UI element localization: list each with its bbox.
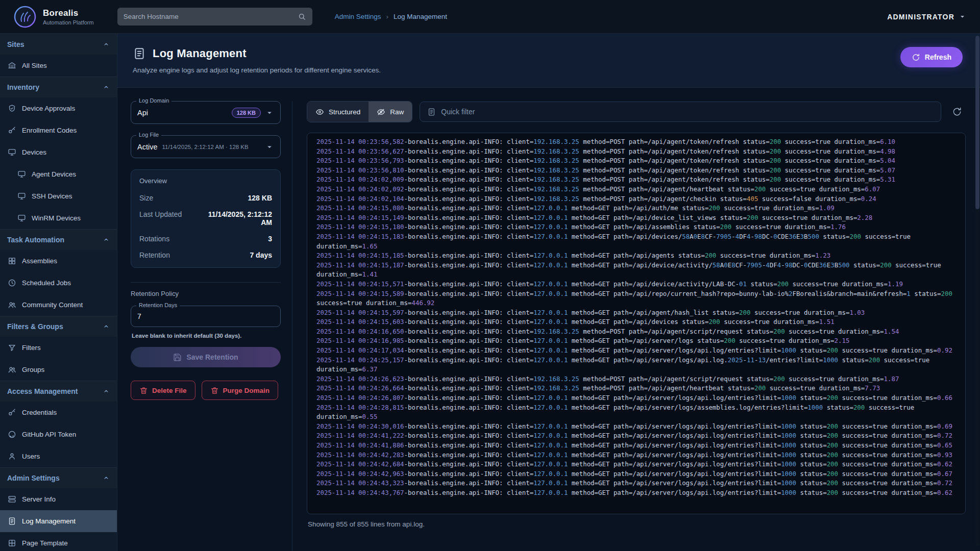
log-domain-size-badge: 128 KB [232,108,261,118]
hostname-search[interactable] [117,8,312,26]
refresh-button[interactable]: Refresh [900,47,963,67]
sidebar-item-log-management[interactable]: Log Management [0,510,117,532]
sidebar-item-label: SSH Devices [32,192,109,200]
refresh-button-label: Refresh [925,53,951,61]
quick-filter-input[interactable] [441,108,934,116]
brand[interactable]: Borealis Automation Platform [13,5,94,29]
sidebar-item-scheduled-jobs[interactable]: Scheduled Jobs [0,272,117,294]
save-icon [173,353,182,362]
monitor-icon [17,170,26,179]
log-line: 2025-11-14 00:24:02,009-borealis.engine.… [316,175,956,185]
log-line: 2025-11-14 00:23:56,810-borealis.engine.… [316,166,956,176]
main: Log Management Analyze engine logs and a… [117,34,980,551]
page-scrollbar[interactable] [975,36,979,546]
refresh-icon [952,107,962,117]
trash-icon [210,386,219,395]
brand-name: Borealis [43,8,94,18]
sidebar-item-label: WinRM Devices [32,214,109,222]
users-icon [8,365,16,374]
sidebar-item-server-info[interactable]: Server Info [0,488,117,510]
breadcrumb: Admin Settings › Log Management [335,13,447,20]
monitor-icon [17,192,26,201]
github-icon [8,430,16,439]
structured-view-tab[interactable]: Structured [307,102,369,122]
breadcrumb-log-management[interactable]: Log Management [394,13,447,20]
overview-last-updated-label: Last Updated [139,210,182,227]
log-domain-value: Api [137,109,148,117]
overview-retention-label: Retention [139,251,170,259]
log-file-select[interactable]: Log File Active 11/14/2025, 2:12:12 AM ·… [131,135,281,158]
sidebar-item-users[interactable]: Users [0,445,117,467]
sidebar-item-github-api-token[interactable]: GitHub API Token [0,423,117,445]
delete-file-button[interactable]: Delete File [131,381,195,400]
overview-size-value: 128 KB [248,194,272,202]
log-line: 2025-11-14 00:24:15,183-borealis.engine.… [316,232,956,251]
save-retention-label: Save Retention [186,353,238,361]
log-line: 2025-11-14 00:23:56,582-borealis.engine.… [316,137,956,147]
sidebar-item-winrm-devices[interactable]: WinRM Devices [0,207,117,229]
key-icon [8,408,16,417]
sidebar-section-sites[interactable]: Sites [0,34,117,55]
sidebar-section-access-management[interactable]: Access Management [0,381,117,402]
overview-row-retention: Retention 7 days [139,247,272,263]
raw-view-tab[interactable]: Raw [369,102,412,122]
sidebar-item-assemblies[interactable]: Assemblies [0,250,117,272]
log-line: 2025-11-14 00:24:15,187-borealis.engine.… [316,261,956,280]
purge-domain-button[interactable]: Purge Domain [202,381,279,400]
sidebar-item-label: Log Management [22,517,109,525]
hostname-search-input[interactable] [124,13,298,20]
sidebar-item-filters[interactable]: Filters [0,337,117,359]
sidebar-item-label: Community Content [22,301,109,309]
sidebar-item-page-template[interactable]: Page Template [0,532,117,551]
brand-tagline: Automation Platform [43,19,94,26]
sidebar-item-label: Groups [22,366,109,373]
chevron-up-icon [103,388,110,395]
retention-days-field[interactable]: Retention Days [131,306,281,327]
sidebar-section-inventory[interactable]: Inventory [0,77,117,97]
sidebar-item-ssh-devices[interactable]: SSH Devices [0,185,117,207]
sidebar-item-community-content[interactable]: Community Content [0,294,117,316]
breadcrumb-admin-settings[interactable]: Admin Settings [335,13,381,20]
log-line: 2025-11-14 00:24:26,623-borealis.engine.… [316,374,956,384]
log-refresh-button[interactable] [948,103,966,120]
sidebar-item-label: Devices [22,148,109,156]
monitor-icon [17,214,26,222]
log-line: 2025-11-14 00:24:02,104-borealis.engine.… [316,194,956,204]
sidebar-item-all-sites[interactable]: All Sites [0,55,117,77]
log-line: 2025-11-14 00:24:42,283-borealis.engine.… [316,450,956,460]
user-menu[interactable]: ADMINISTRATOR [887,12,967,21]
retention-policy-label: Retention Policy [131,290,281,297]
log-line: 2025-11-14 00:24:15,589-borealis.engine.… [316,289,956,308]
sidebar-item-device-approvals[interactable]: Device Approvals [0,97,117,119]
chevron-down-icon [265,142,274,152]
log-viewer: Structured Raw 2025- [307,101,966,551]
overview-title: Overview [139,177,272,185]
overview-rotations-value: 3 [268,235,272,243]
topbar: Borealis Automation Platform Admin Setti… [0,0,980,34]
quick-filter[interactable] [420,102,941,122]
sidebar-section-filters-groups[interactable]: Filters & Groups [0,316,117,337]
log-domain-select[interactable]: Log Domain Api 128 KB [131,101,281,124]
sidebar-section-admin-settings[interactable]: Admin Settings [0,467,117,488]
sidebar-item-label: Agent Devices [32,170,109,178]
overview-row-rotations: Rotations 3 [139,231,272,247]
sidebar-item-label: Scheduled Jobs [22,279,109,287]
log-line: 2025-11-14 00:24:30,016-borealis.engine.… [316,422,956,432]
trash-icon [139,386,148,395]
sidebar-item-devices[interactable]: Devices [0,141,117,163]
log-output[interactable]: 2025-11-14 00:23:56,582-borealis.engine.… [307,133,966,514]
sidebar-item-label: Credentials [22,409,109,416]
log-line: 2025-11-14 00:24:15,185-borealis.engine.… [316,251,956,261]
retention-days-input[interactable] [137,312,274,320]
sidebar-item-label: Page Template [22,539,109,547]
scrollbar-thumb[interactable] [975,36,979,209]
sidebar-item-agent-devices[interactable]: Agent Devices [0,163,117,185]
page-subtitle: Analyze engine logs and adjust log reten… [133,66,381,74]
sidebar-item-credentials[interactable]: Credentials [0,402,117,423]
log-line: 2025-11-14 00:24:26,807-borealis.engine.… [316,393,956,403]
breadcrumb-separator: › [386,13,388,20]
sidebar-item-groups[interactable]: Groups [0,359,117,381]
sidebar-section-task-automation[interactable]: Task Automation [0,229,117,250]
save-retention-button[interactable]: Save Retention [131,347,281,367]
sidebar-item-enrollment-codes[interactable]: Enrollment Codes [0,119,117,141]
